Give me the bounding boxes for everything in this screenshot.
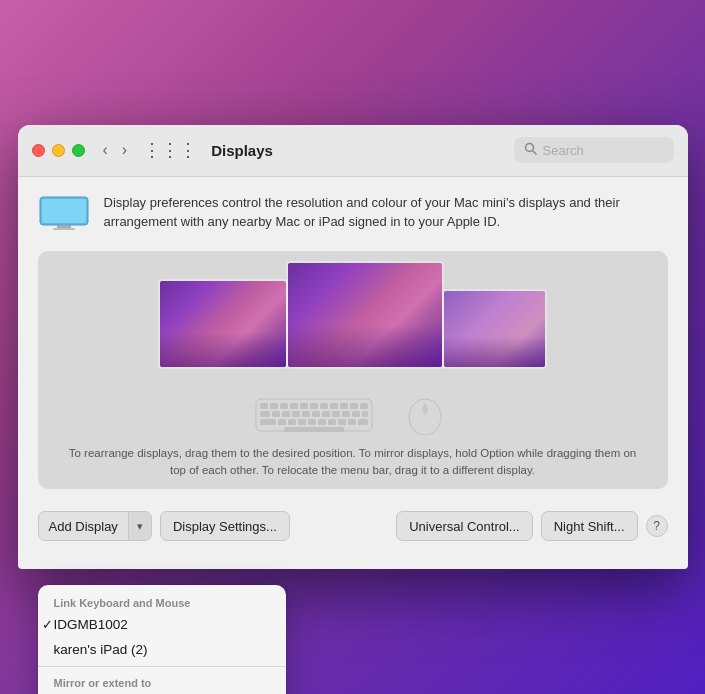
maximize-button[interactable] [72,144,85,157]
svg-rect-33 [308,419,316,425]
mirror-section-header: Mirror or extend to [38,671,286,692]
add-display-chevron-icon[interactable]: ▾ [129,512,151,540]
svg-rect-30 [278,419,286,425]
svg-rect-29 [260,419,276,425]
back-button[interactable]: ‹ [99,139,112,161]
display-thumb-right[interactable] [442,289,547,369]
mouse-icon [398,395,452,435]
search-icon [524,142,537,158]
svg-rect-7 [260,403,268,409]
traffic-lights [32,144,85,157]
description-row: Display preferences control the resoluti… [38,193,668,235]
svg-rect-13 [320,403,328,409]
forward-button[interactable]: › [118,139,131,161]
bottom-border [18,565,688,569]
svg-rect-32 [298,419,306,425]
titlebar: ‹ › ⋮⋮⋮ Displays Search [18,125,688,177]
svg-rect-9 [280,403,288,409]
svg-point-42 [422,405,428,413]
svg-rect-18 [260,411,270,417]
svg-rect-26 [342,411,350,417]
dropdown-menu: Link Keyboard and Mouse IDGMB1002 karen'… [38,585,286,694]
svg-rect-17 [360,403,368,409]
display-thumb-center[interactable] [286,261,444,369]
dropdown-item-karens-ipad-2-link[interactable]: karen's iPad (2) [38,637,286,662]
svg-rect-31 [288,419,296,425]
svg-rect-3 [42,199,86,223]
universal-control-button[interactable]: Universal Control... [396,511,533,541]
display-preview-area: To rearrange displays, drag them to the … [38,251,668,490]
night-shift-button[interactable]: Night Shift... [541,511,638,541]
svg-rect-25 [332,411,340,417]
svg-rect-10 [290,403,298,409]
display-icon [38,195,90,235]
search-box[interactable]: Search [514,137,674,163]
svg-rect-23 [312,411,320,417]
svg-rect-39 [284,427,344,432]
svg-rect-5 [53,228,75,230]
help-button[interactable]: ? [646,515,668,537]
dropdown-item-label: IDGMB1002 [54,617,128,632]
dropdown-divider [38,666,286,667]
displays-row [158,261,547,369]
content-area: Display preferences control the resoluti… [18,177,688,566]
close-button[interactable] [32,144,45,157]
svg-rect-4 [57,225,71,228]
svg-rect-14 [330,403,338,409]
display-thumb-left[interactable] [158,279,288,369]
keyboard-mouse-row [254,393,452,437]
svg-rect-16 [350,403,358,409]
add-display-label: Add Display [39,512,129,540]
rearrange-hint: To rearrange displays, drag them to the … [48,445,658,480]
keyboard-icon [254,393,374,437]
dropdown-item-idgmb1002-link[interactable]: IDGMB1002 [38,612,286,637]
minimize-button[interactable] [52,144,65,157]
svg-rect-37 [348,419,356,425]
svg-rect-36 [338,419,346,425]
system-preferences-window: ‹ › ⋮⋮⋮ Displays Search Display pre [18,125,688,570]
svg-rect-22 [302,411,310,417]
svg-rect-27 [352,411,360,417]
window-title: Displays [211,142,513,159]
nav-arrows: ‹ › [99,139,132,161]
search-placeholder: Search [543,143,584,158]
description-text: Display preferences control the resoluti… [104,193,668,232]
bottom-toolbar: Add Display ▾ Display Settings... Univer… [38,503,668,545]
svg-rect-19 [272,411,280,417]
svg-line-1 [532,151,536,155]
svg-rect-11 [300,403,308,409]
svg-rect-15 [340,403,348,409]
svg-rect-24 [322,411,330,417]
svg-rect-35 [328,419,336,425]
grid-button[interactable]: ⋮⋮⋮ [139,137,201,163]
svg-rect-12 [310,403,318,409]
svg-rect-38 [358,419,368,425]
add-display-button[interactable]: Add Display ▾ [38,511,152,541]
dropdown-item-label: karen's iPad (2) [54,642,148,657]
svg-rect-21 [292,411,300,417]
svg-rect-20 [282,411,290,417]
display-settings-button[interactable]: Display Settings... [160,511,290,541]
svg-rect-28 [362,411,368,417]
svg-rect-34 [318,419,326,425]
svg-rect-8 [270,403,278,409]
link-section-header: Link Keyboard and Mouse [38,591,286,612]
